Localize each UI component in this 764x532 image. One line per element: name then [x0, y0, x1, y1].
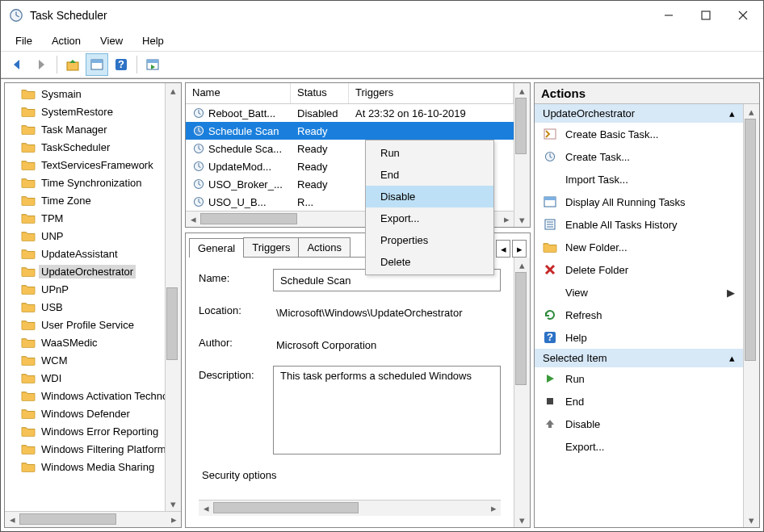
action-item[interactable]: View▶ — [535, 281, 743, 304]
tree-item[interactable]: UPnP — [5, 280, 165, 298]
tree-item[interactable]: Windows Media Sharing — [5, 458, 165, 475]
col-name[interactable]: Name — [186, 83, 291, 103]
tree-item[interactable]: SystemRestore — [5, 103, 165, 120]
menu-view[interactable]: View — [92, 32, 131, 49]
tree-item[interactable]: TextServicesFramework — [5, 156, 165, 174]
scroll-up-icon[interactable]: ▴ — [744, 104, 759, 119]
scroll-up-icon[interactable]: ▴ — [514, 83, 530, 98]
tree-vscroll[interactable]: ▴ ▾ — [165, 83, 181, 511]
back-button[interactable] — [6, 53, 28, 76]
up-button[interactable] — [61, 53, 84, 76]
tree-item[interactable]: Windows Filtering Platform — [5, 440, 165, 458]
actions-scroll-thumb[interactable] — [745, 119, 756, 361]
clock-icon — [192, 195, 205, 208]
action-item[interactable]: New Folder... — [535, 236, 743, 258]
detail-hscroll[interactable]: ◂ ▸ — [199, 500, 501, 516]
help-button[interactable]: ? — [110, 53, 132, 76]
list-hscroll-thumb[interactable] — [200, 213, 297, 224]
tree-item[interactable]: TPM — [5, 209, 165, 227]
action-item[interactable]: Export... — [535, 435, 743, 458]
actions-header: Actions — [535, 83, 759, 104]
action-item[interactable]: Disable — [535, 413, 743, 435]
ctx-export[interactable]: Export... — [366, 207, 493, 229]
col-status[interactable]: Status — [291, 83, 349, 103]
action-item[interactable]: Display All Running Tasks — [535, 191, 743, 213]
scroll-up-icon[interactable]: ▴ — [166, 83, 181, 98]
action-item[interactable]: End — [535, 390, 743, 413]
list-scroll-thumb[interactable] — [515, 98, 527, 154]
ctx-properties[interactable]: Properties — [366, 229, 493, 251]
maximize-button[interactable] — [687, 3, 724, 27]
actions-group-header[interactable]: UpdateOrchestrator▴ — [535, 104, 743, 123]
toolbar-run-button[interactable] — [141, 53, 164, 76]
tree-scroll-thumb[interactable] — [166, 287, 178, 360]
actions-group-header[interactable]: Selected Item▴ — [535, 349, 743, 367]
tree-item[interactable]: Windows Defender — [5, 404, 165, 422]
scroll-down-icon[interactable]: ▾ — [744, 513, 759, 527]
list-vscroll[interactable]: ▴ ▾ — [514, 83, 530, 227]
task-row[interactable]: Reboot_Batt...DisabledAt 23:32 on 16-10-… — [186, 104, 514, 122]
tabs-scroll-right[interactable]: ▸ — [512, 240, 527, 258]
detail-hscroll-thumb[interactable] — [213, 502, 359, 513]
tree-item[interactable]: WCM — [5, 351, 165, 369]
action-item[interactable]: Enable All Tasks History — [535, 213, 743, 236]
tab-general[interactable]: General — [189, 238, 244, 258]
tab-actions[interactable]: Actions — [298, 237, 351, 257]
action-item[interactable]: Refresh — [535, 304, 743, 326]
close-button[interactable] — [724, 3, 762, 27]
tree-item[interactable]: Windows Error Reporting — [5, 422, 165, 440]
detail-vscroll[interactable]: ▴ ▾ — [514, 258, 530, 527]
menu-file[interactable]: File — [7, 32, 40, 49]
ctx-end[interactable]: End — [366, 164, 493, 186]
action-item[interactable]: Import Task... — [535, 168, 743, 191]
tree-item[interactable]: Sysmain — [5, 85, 165, 103]
ctx-run[interactable]: Run — [366, 142, 493, 164]
tabs-scroll-left[interactable]: ◂ — [496, 240, 510, 258]
scroll-left-icon[interactable]: ◂ — [5, 513, 19, 527]
folder-icon — [21, 425, 36, 437]
tree-item[interactable]: UpdateOrchestrator — [5, 262, 165, 280]
forward-button[interactable] — [30, 53, 52, 76]
tree-item[interactable]: User Profile Service — [5, 316, 165, 333]
scroll-up-icon[interactable]: ▴ — [514, 258, 530, 272]
task-row[interactable]: Schedule ScanReady — [186, 122, 514, 140]
scroll-down-icon[interactable]: ▾ — [514, 513, 530, 527]
tree-item[interactable]: Time Zone — [5, 191, 165, 209]
location-value: \Microsoft\Windows\UpdateOrchestrator — [273, 301, 501, 324]
tab-triggers[interactable]: Triggers — [243, 237, 299, 257]
actions-vscroll[interactable]: ▴ ▾ — [743, 104, 759, 527]
ctx-disable[interactable]: Disable — [366, 186, 493, 207]
scroll-left-icon[interactable]: ◂ — [186, 212, 200, 227]
tree-hscroll-thumb[interactable] — [19, 513, 116, 525]
scroll-left-icon[interactable]: ◂ — [199, 501, 213, 516]
col-triggers[interactable]: Triggers — [349, 83, 514, 103]
tree-item[interactable]: UpdateAssistant — [5, 245, 165, 262]
action-item[interactable]: Create Basic Task... — [535, 123, 743, 145]
description-field[interactable]: This task performs a scheduled Windows — [273, 366, 501, 455]
tree-item[interactable]: Time Synchronization — [5, 174, 165, 191]
tree-item[interactable]: Task Manager — [5, 120, 165, 138]
scroll-down-icon[interactable]: ▾ — [166, 496, 181, 511]
ctx-delete[interactable]: Delete — [366, 251, 493, 273]
scroll-down-icon[interactable]: ▾ — [514, 212, 530, 227]
folder-tree[interactable]: SysmainSystemRestoreTask ManagerTaskSche… — [5, 83, 165, 511]
tree-hscroll[interactable]: ◂ ▸ — [5, 511, 181, 527]
menu-help[interactable]: Help — [134, 32, 172, 49]
minimize-button[interactable] — [650, 3, 687, 27]
action-item[interactable]: ?Help — [535, 326, 743, 349]
scroll-right-icon[interactable]: ▸ — [499, 212, 514, 227]
action-item[interactable]: Create Task... — [535, 145, 743, 168]
tree-item[interactable]: TaskScheduler — [5, 138, 165, 156]
tree-item[interactable]: WaaSMedic — [5, 333, 165, 351]
toolbar-pane-button[interactable] — [86, 53, 108, 76]
tree-item[interactable]: Windows Activation Technologies — [5, 387, 165, 404]
tree-item[interactable]: USB — [5, 298, 165, 316]
action-item[interactable]: Run — [535, 367, 743, 390]
tree-item[interactable]: WDI — [5, 369, 165, 387]
action-item[interactable]: Delete Folder — [535, 258, 743, 281]
scroll-right-icon[interactable]: ▸ — [486, 501, 501, 516]
detail-scroll-thumb[interactable] — [515, 272, 527, 385]
tree-item[interactable]: UNP — [5, 227, 165, 245]
menu-action[interactable]: Action — [44, 32, 89, 49]
scroll-right-icon[interactable]: ▸ — [166, 513, 181, 527]
